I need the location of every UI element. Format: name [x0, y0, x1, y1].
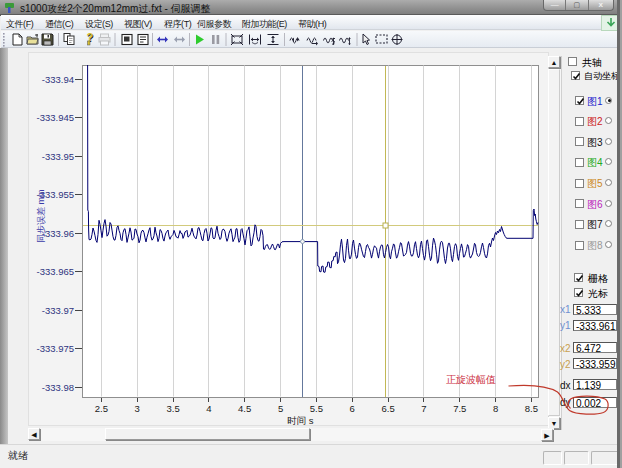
svg-text:同步误差 mm: 同步误差 mm [36, 190, 46, 244]
